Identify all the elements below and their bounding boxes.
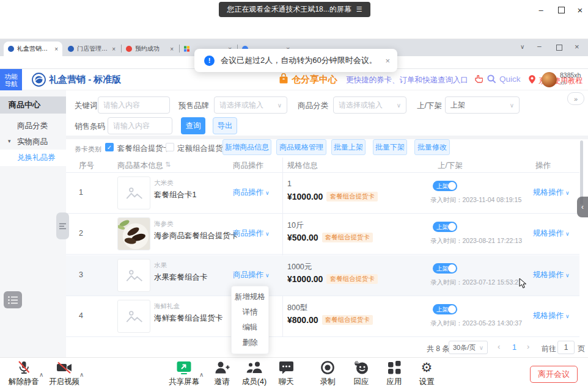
batch-edit-button[interactable]: 批量修改 — [414, 139, 450, 155]
window-maximize-button[interactable] — [553, 4, 569, 16]
banner-menu-icon[interactable]: ☰ — [356, 5, 362, 13]
shelf-select[interactable]: 上架 ∨ — [445, 96, 520, 114]
entry-time: 录入时间：2023-08-21 17:22:13 — [430, 237, 522, 245]
user-avatar[interactable] — [542, 72, 557, 87]
react-button[interactable]: 回应 — [347, 360, 376, 387]
checkbox-combo-card[interactable]: ✓ — [105, 143, 114, 151]
leave-meeting-button[interactable]: 离开会议 — [530, 366, 578, 383]
price: ¥1000.00 — [287, 274, 323, 284]
goto-page-input[interactable] — [557, 341, 575, 354]
batch-off-shelf-button[interactable]: 批量下架 — [373, 139, 407, 155]
sort-icon[interactable]: ⇅ — [165, 161, 171, 169]
toast-close-icon[interactable]: × — [385, 56, 390, 65]
product-op-link[interactable]: 商品操作∨ — [233, 228, 270, 239]
chat-button[interactable]: 聊天 — [273, 360, 300, 387]
spec-op-link[interactable]: 规格操作∨ — [533, 270, 570, 280]
quick-link[interactable]: Quick — [499, 74, 521, 84]
invite-button[interactable]: 邀请 — [207, 360, 237, 387]
browser-restore-icon[interactable] — [556, 45, 562, 51]
start-video-button[interactable]: 开启视频 — [45, 360, 83, 387]
watching-banner-text: 您正在观看金禾通技术王斌18...的屏幕 — [227, 4, 351, 15]
share-screen-button[interactable]: 共享屏幕 — [166, 360, 202, 387]
share-options-caret-icon[interactable]: ∧ — [199, 371, 204, 378]
sidebar-item-product-category[interactable]: 商品分类 — [17, 121, 48, 131]
product-op-link-open[interactable]: 商品操作∨ — [233, 270, 270, 280]
barcode-label: 销售条码 — [75, 122, 105, 132]
product-name: 海鲜套餐组合提货卡 — [154, 313, 223, 324]
keyword-input[interactable] — [98, 96, 170, 114]
chevron-down-icon: ∨ — [265, 231, 270, 237]
export-button[interactable]: 导出 — [213, 117, 237, 134]
spec-op-link[interactable]: 规格操作∨ — [533, 311, 570, 321]
product-category: 大米类 — [154, 179, 174, 187]
user-sub: xh — [560, 79, 566, 86]
window-close-button[interactable]: × — [572, 4, 588, 16]
unmute-button[interactable]: 解除静音 — [5, 360, 43, 387]
spec-value: 1 — [287, 180, 292, 188]
browser-minimize-icon[interactable]: – — [537, 42, 542, 51]
function-nav-button[interactable]: 功能 导航 — [0, 69, 22, 90]
browser-tab-3[interactable]: 预约成功 × — [122, 42, 178, 56]
spec-value: 800型 — [287, 303, 307, 313]
tab-close-icon[interactable]: × — [112, 46, 116, 53]
video-options-caret-icon[interactable]: ∧ — [79, 371, 84, 378]
browser-close-icon[interactable]: × — [575, 42, 579, 51]
menu-item-edit[interactable]: 编辑 — [232, 320, 268, 335]
sidebar-item-physical-goods[interactable]: 实物商品 — [17, 137, 48, 147]
watching-banner: 您正在观看金禾通技术王斌18...的屏幕 ☰ — [219, 2, 370, 17]
tab-search-icon[interactable]: ∨ — [520, 43, 524, 50]
expand-triangle-icon[interactable]: ▾ — [8, 138, 11, 144]
page-size-select[interactable]: 30条/页 ∨ — [449, 341, 488, 354]
shelf-toggle[interactable]: 上架 — [433, 304, 457, 314]
screen: 您正在观看金禾通技术王斌18...的屏幕 ☰ – × 会议详情 04:47(60… — [0, 0, 588, 392]
shelf-toggle[interactable]: 上架 — [433, 263, 457, 274]
shelf-toggle[interactable]: 上架 — [433, 181, 457, 191]
image-placeholder-icon — [125, 266, 143, 285]
menu-item-add-spec[interactable]: 新增规格 — [232, 289, 268, 305]
sidebar-collapse-handle[interactable] — [56, 212, 69, 239]
add-product-button[interactable]: 新增商品信息 — [222, 139, 271, 155]
chevron-down-icon: ∨ — [565, 313, 570, 319]
checkbox-combo-card-label[interactable]: 套餐组合提货卡 — [117, 143, 171, 154]
search-button[interactable]: 查询 — [181, 117, 205, 134]
product-name: 水果套餐组合卡 — [154, 272, 208, 283]
browser-tab-2[interactable]: 门店管理中心 × — [64, 42, 120, 56]
spec-op-link[interactable]: 规格操作∨ — [533, 187, 570, 198]
floating-list-button[interactable] — [4, 291, 22, 308]
prev-page-button[interactable]: ‹ — [498, 342, 500, 351]
batch-on-shelf-button[interactable]: 批量上架 — [331, 139, 366, 155]
panel-collapse-handle[interactable]: ‹ — [577, 197, 588, 217]
entry-time: 录入时间：2023-11-04 08:19:15 — [430, 196, 521, 205]
table-row: 1 大米类 套餐组合卡1 商品操作∨ 1 ¥1000.00 套餐组合提货卡 上架… — [66, 173, 579, 214]
toggle-knob — [448, 182, 456, 190]
checkbox-fixed-card[interactable] — [166, 143, 174, 151]
menu-item-details[interactable]: 详情 — [232, 305, 268, 320]
keyword-label: 关键词 — [75, 101, 98, 111]
window-minimize-button[interactable]: – — [533, 4, 549, 16]
category-select[interactable]: 请选择或输入 ∨ — [333, 96, 406, 114]
product-op-link[interactable]: 商品操作∨ — [233, 187, 270, 198]
share-center-link[interactable]: 仓分享中心 — [292, 74, 337, 85]
sidebar-item-gift-voucher[interactable]: 兑换礼品券 — [0, 150, 66, 166]
current-page[interactable]: 1 — [512, 343, 516, 352]
settings-button[interactable]: ⚙ 设置 — [412, 360, 441, 387]
spec-op-link[interactable]: 规格操作∨ — [533, 228, 570, 239]
tab-close-icon[interactable]: × — [170, 46, 174, 53]
card-type-tag: 套餐组合提货卡 — [322, 315, 373, 325]
browser-tab-1[interactable]: 礼盒营销平台管理中心 × — [4, 42, 62, 56]
shelf-toggle[interactable]: 上架 — [433, 222, 457, 232]
scrollbar[interactable] — [580, 140, 583, 205]
menu-item-delete[interactable]: 删除 — [232, 335, 268, 350]
meeting-toolbar: 会议详情 04:47(60分钟) ▾ 演讲者视图 ▾ — [0, 18, 588, 39]
filter-collapse-button[interactable]: » — [567, 92, 584, 105]
chevron-down-icon: ∨ — [479, 344, 483, 351]
next-page-button[interactable]: › — [527, 342, 529, 351]
brand-select[interactable]: 请选择或输入 ∨ — [214, 96, 287, 114]
record-button[interactable]: 录制 — [313, 360, 342, 387]
barcode-input[interactable] — [108, 117, 172, 134]
apps-button[interactable]: 应用 — [380, 360, 409, 387]
tab-close-icon[interactable]: × — [54, 46, 58, 53]
mic-options-caret-icon[interactable]: ∧ — [39, 371, 43, 378]
spec-manage-button[interactable]: 商品规格管理 — [276, 139, 326, 155]
members-button[interactable]: 成员(4) — [238, 360, 270, 387]
